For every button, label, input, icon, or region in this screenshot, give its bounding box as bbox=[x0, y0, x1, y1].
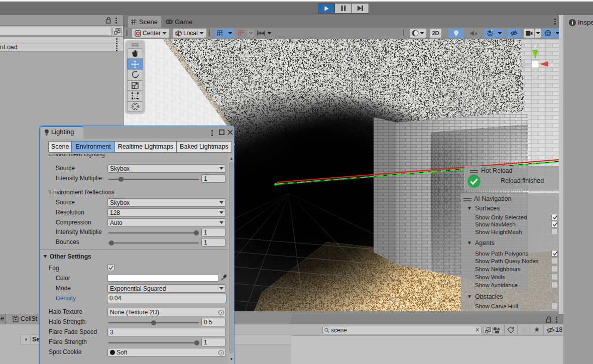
svg-text:x: x bbox=[550, 61, 553, 67]
svg-text:y: y bbox=[534, 43, 537, 49]
svg-text:Y: Y bbox=[221, 34, 223, 37]
